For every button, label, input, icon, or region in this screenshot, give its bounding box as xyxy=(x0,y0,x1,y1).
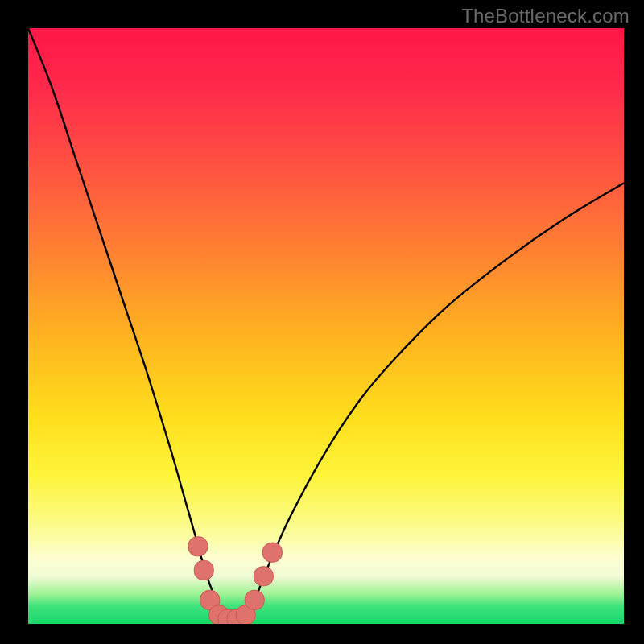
marker xyxy=(262,543,282,562)
chart-overlay xyxy=(28,28,624,624)
marker-group xyxy=(188,537,283,624)
marker xyxy=(254,567,273,586)
chart-stage: TheBottleneck.com xyxy=(0,0,644,644)
bottleneck-curve xyxy=(28,28,624,624)
marker xyxy=(245,590,264,609)
watermark-text: TheBottleneck.com xyxy=(461,5,630,27)
marker xyxy=(194,560,213,580)
plot-area xyxy=(28,28,624,624)
marker xyxy=(188,537,208,556)
